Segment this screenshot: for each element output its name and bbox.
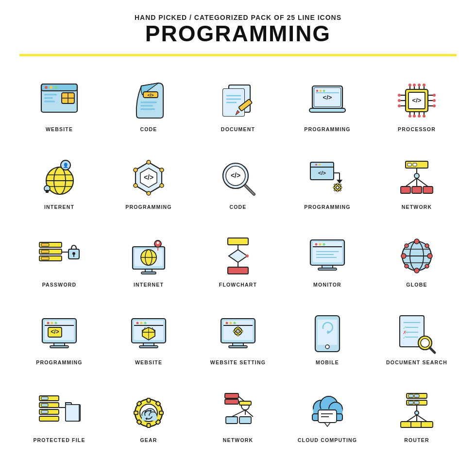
svg-rect-106 bbox=[408, 163, 411, 166]
svg-point-57 bbox=[398, 104, 401, 107]
icon-cell-website2: WEBSITE bbox=[104, 294, 193, 372]
document-label: DOCUMENT bbox=[221, 126, 255, 132]
svg-point-47 bbox=[413, 115, 416, 118]
svg-text:</>: </> bbox=[412, 97, 422, 104]
svg-point-96 bbox=[336, 186, 339, 189]
icon-cell-processor: </> PROCESSOR bbox=[372, 61, 461, 139]
icon-cell-programming: </> PROGRAMMING bbox=[283, 61, 372, 139]
website2-label: WEBSITE bbox=[135, 359, 162, 365]
header-subtitle: HAND PICKED / CATEGORIZED PACK OF 25 LIN… bbox=[0, 14, 476, 21]
mobile-label: MOBILE bbox=[316, 359, 339, 365]
svg-point-124 bbox=[72, 252, 75, 255]
svg-point-194 bbox=[234, 322, 236, 324]
svg-point-51 bbox=[423, 115, 425, 118]
documentsearch-icon: ✓ ✗ ✓ bbox=[395, 312, 439, 356]
svg-rect-202 bbox=[233, 343, 243, 346]
programming4-icon: </> bbox=[37, 312, 81, 356]
svg-marker-138 bbox=[229, 250, 247, 262]
svg-point-164 bbox=[405, 264, 408, 268]
websitesetting-label: WEBSITE SETTING bbox=[210, 359, 266, 365]
svg-line-250 bbox=[245, 410, 253, 417]
svg-point-31 bbox=[323, 89, 325, 91]
svg-point-193 bbox=[230, 322, 232, 324]
icon-cell-programming3: </> bbox=[283, 139, 372, 217]
document-icon bbox=[216, 79, 260, 122]
svg-rect-222 bbox=[41, 404, 48, 407]
icon-cell-password: PASSWORD bbox=[15, 217, 104, 294]
network2-label: NETWORK bbox=[223, 437, 254, 443]
svg-point-160 bbox=[414, 239, 419, 244]
svg-point-61 bbox=[433, 99, 436, 102]
svg-text:</>: </> bbox=[235, 329, 241, 334]
svg-point-49 bbox=[418, 115, 421, 118]
svg-rect-199 bbox=[238, 334, 239, 336]
svg-point-63 bbox=[433, 104, 436, 107]
gear-icon bbox=[127, 390, 170, 433]
svg-rect-14 bbox=[140, 105, 153, 107]
svg-point-53 bbox=[398, 94, 401, 97]
icon-cell-code2: </> CODE bbox=[193, 139, 283, 217]
svg-point-39 bbox=[413, 84, 416, 86]
svg-rect-119 bbox=[41, 250, 49, 253]
icon-cell-document: DOCUMENT bbox=[193, 61, 283, 139]
svg-rect-225 bbox=[39, 416, 59, 421]
icon-cell-router: ROUTER bbox=[372, 372, 461, 450]
svg-point-37 bbox=[408, 84, 411, 86]
svg-rect-203 bbox=[229, 346, 247, 348]
websitesetting-icon: </> bbox=[216, 312, 260, 356]
icon-cell-programming2: </> PROGRAMMING bbox=[104, 139, 193, 217]
svg-point-270 bbox=[415, 411, 419, 415]
svg-point-3 bbox=[50, 86, 52, 89]
svg-point-145 bbox=[315, 243, 318, 245]
svg-point-91 bbox=[319, 164, 321, 166]
internet-label: INTERENT bbox=[44, 204, 74, 210]
protectedfile-label: PROTECTED FILE bbox=[33, 437, 85, 443]
svg-rect-200 bbox=[233, 330, 235, 332]
icon-cell-gear: GEAR bbox=[104, 372, 193, 450]
icon-cell-programming4: </> PROGRAMMING bbox=[15, 294, 104, 372]
svg-rect-198 bbox=[238, 326, 239, 328]
svg-point-146 bbox=[319, 243, 322, 245]
svg-point-90 bbox=[315, 164, 317, 166]
svg-rect-229 bbox=[147, 398, 151, 402]
monitor-label: MONITOR bbox=[313, 282, 341, 288]
svg-rect-243 bbox=[225, 393, 238, 398]
router-label: ROUTER bbox=[404, 437, 429, 443]
svg-rect-107 bbox=[413, 163, 417, 166]
icon-cell-mobile: MOBILE bbox=[283, 294, 372, 372]
icon-cell-network: NETWORK bbox=[372, 139, 461, 217]
icon-cell-code: </> CODE bbox=[104, 61, 193, 139]
svg-point-76 bbox=[147, 160, 151, 164]
password-icon bbox=[37, 234, 81, 278]
svg-point-161 bbox=[414, 268, 419, 273]
router-icon bbox=[395, 390, 439, 433]
svg-rect-141 bbox=[228, 267, 248, 274]
svg-rect-131 bbox=[145, 269, 152, 272]
svg-line-249 bbox=[232, 410, 245, 417]
icon-cell-website: WEBSITE bbox=[15, 61, 104, 139]
svg-point-207 bbox=[325, 345, 329, 349]
globe-label: GLOBE bbox=[406, 282, 427, 288]
website-label: WEBSITE bbox=[46, 126, 73, 132]
svg-rect-265 bbox=[414, 394, 419, 397]
header: HAND PICKED / CATEGORIZED PACK OF 25 LIN… bbox=[0, 0, 476, 50]
svg-rect-97 bbox=[337, 183, 339, 185]
svg-rect-175 bbox=[50, 346, 68, 348]
svg-rect-232 bbox=[159, 411, 163, 414]
svg-point-77 bbox=[160, 168, 164, 172]
icon-cell-internet2: INTERNET bbox=[104, 217, 193, 294]
svg-point-29 bbox=[316, 89, 318, 91]
svg-rect-32 bbox=[309, 108, 345, 112]
svg-point-159 bbox=[427, 254, 432, 258]
svg-text:</>: </> bbox=[144, 173, 153, 181]
network-icon bbox=[395, 156, 439, 200]
svg-rect-115 bbox=[423, 187, 433, 193]
svg-rect-244 bbox=[225, 399, 238, 404]
svg-rect-114 bbox=[412, 187, 422, 193]
flowchart-icon bbox=[216, 234, 260, 278]
icon-cell-documentsearch: ✓ ✗ ✓ DOCUMENT SEARCH bbox=[372, 294, 461, 372]
svg-point-41 bbox=[418, 84, 421, 86]
icon-cell-network2: NETWORK bbox=[193, 372, 283, 450]
code2-icon: </> bbox=[216, 156, 260, 200]
svg-rect-230 bbox=[147, 424, 151, 427]
